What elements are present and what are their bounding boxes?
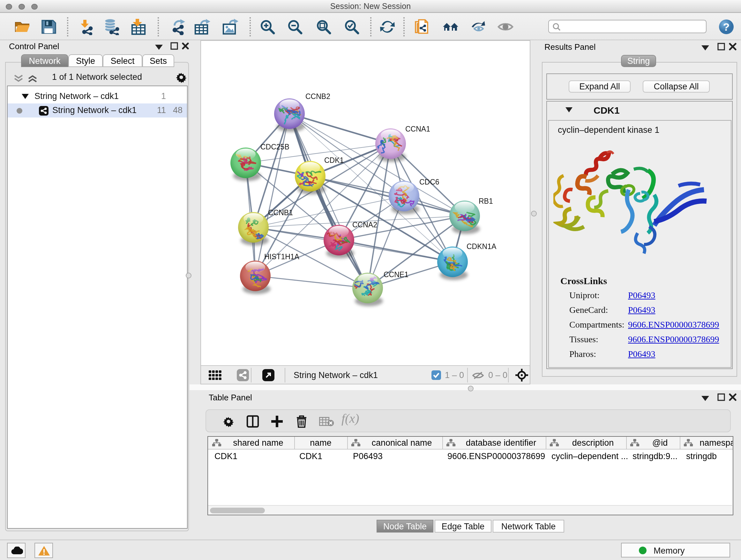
svg-text:CDC6: CDC6	[419, 178, 440, 186]
svg-text:CDKN1A: CDKN1A	[467, 242, 496, 251]
svg-text:CCNA1: CCNA1	[405, 125, 430, 133]
svg-text:CCNB2: CCNB2	[306, 92, 330, 101]
svg-text:CDC25B: CDC25B	[260, 143, 289, 151]
svg-text:HIST1H1A: HIST1H1A	[264, 253, 300, 261]
svg-text:CCNB1: CCNB1	[268, 208, 293, 217]
svg-text:CDK1: CDK1	[324, 156, 344, 165]
svg-text:CCNE1: CCNE1	[384, 270, 408, 279]
svg-text:CCNA2: CCNA2	[352, 221, 377, 229]
svg-text:RB1: RB1	[479, 197, 493, 205]
svg-text:?: ?	[723, 21, 730, 33]
